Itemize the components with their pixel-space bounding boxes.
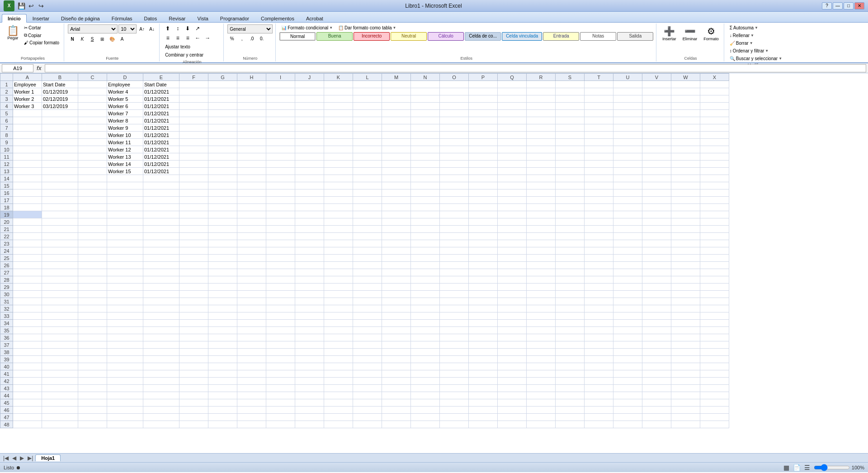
cell-C35[interactable] (78, 327, 107, 334)
cell-J1[interactable] (295, 81, 324, 88)
cell-T2[interactable] (585, 88, 613, 95)
cell-I4[interactable] (266, 103, 295, 110)
cell-E36[interactable] (143, 334, 179, 341)
cell-B28[interactable] (42, 276, 78, 284)
cell-G7[interactable] (208, 124, 237, 132)
cell-A30[interactable] (13, 291, 42, 298)
cell-B44[interactable] (42, 392, 78, 399)
cell-E19[interactable] (143, 211, 179, 218)
cell-H43[interactable] (237, 385, 266, 392)
cell-L3[interactable] (353, 95, 382, 103)
cell-S28[interactable] (556, 276, 585, 284)
cell-H34[interactable] (237, 320, 266, 327)
cell-O23[interactable] (440, 240, 469, 247)
cell-I1[interactable] (266, 81, 295, 88)
redo-button[interactable]: ↪ (37, 2, 45, 10)
cell-Q42[interactable] (498, 378, 527, 385)
cell-G43[interactable] (208, 385, 237, 392)
cell-W33[interactable] (671, 312, 700, 320)
cell-N33[interactable] (411, 312, 440, 320)
cell-U24[interactable] (613, 247, 642, 255)
cell-A46[interactable] (13, 407, 42, 414)
cell-D32[interactable] (107, 305, 143, 312)
cell-W38[interactable] (671, 349, 700, 356)
cell-B25[interactable] (42, 255, 78, 262)
col-header-G[interactable]: G (208, 74, 237, 81)
cell-F4[interactable] (179, 103, 208, 110)
cell-E1[interactable]: Start Date (143, 81, 179, 88)
cell-J15[interactable] (295, 182, 324, 189)
app-maximize-button[interactable]: □ (844, 2, 854, 9)
cell-A43[interactable] (13, 385, 42, 392)
cell-W17[interactable] (671, 197, 700, 204)
cell-G20[interactable] (208, 218, 237, 226)
borrar-button[interactable]: 🧹 Borrar ▼ (728, 40, 755, 47)
cell-E21[interactable] (143, 226, 179, 233)
cell-H18[interactable] (237, 204, 266, 211)
col-header-R[interactable]: R (527, 74, 556, 81)
cell-S7[interactable] (556, 124, 585, 132)
row-header-14[interactable]: 14 (0, 175, 13, 182)
cell-L38[interactable] (353, 349, 382, 356)
tab-programador[interactable]: Programador (214, 14, 255, 22)
cell-B21[interactable] (42, 226, 78, 233)
cell-Q22[interactable] (498, 233, 527, 240)
cell-I28[interactable] (266, 276, 295, 284)
cell-A20[interactable] (13, 218, 42, 226)
cell-K3[interactable] (324, 95, 353, 103)
cell-F41[interactable] (179, 370, 208, 378)
cell-P42[interactable] (469, 378, 498, 385)
cell-H28[interactable] (237, 276, 266, 284)
cell-I6[interactable] (266, 117, 295, 124)
cell-R9[interactable] (527, 139, 556, 146)
cell-P48[interactable] (469, 421, 498, 428)
cell-U40[interactable] (613, 363, 642, 370)
cell-F37[interactable] (179, 341, 208, 349)
cell-K1[interactable] (324, 81, 353, 88)
cell-I24[interactable] (266, 247, 295, 255)
cell-Q7[interactable] (498, 124, 527, 132)
cell-N9[interactable] (411, 139, 440, 146)
style-normal[interactable]: Normal (279, 32, 316, 41)
cell-V7[interactable] (642, 124, 671, 132)
cell-G27[interactable] (208, 269, 237, 276)
cell-R28[interactable] (527, 276, 556, 284)
record-macro-icon[interactable]: ⏺ (16, 465, 21, 470)
cell-S34[interactable] (556, 320, 585, 327)
cell-F42[interactable] (179, 378, 208, 385)
cell-C31[interactable] (78, 298, 107, 305)
cell-Q25[interactable] (498, 255, 527, 262)
cell-Q24[interactable] (498, 247, 527, 255)
cell-D20[interactable] (107, 218, 143, 226)
cell-T40[interactable] (585, 363, 613, 370)
tab-insertar[interactable]: Insertar (27, 14, 55, 22)
cell-C11[interactable] (78, 153, 107, 161)
cell-C47[interactable] (78, 414, 107, 421)
cell-P22[interactable] (469, 233, 498, 240)
cell-N28[interactable] (411, 276, 440, 284)
col-header-F[interactable]: F (179, 74, 208, 81)
cell-V38[interactable] (642, 349, 671, 356)
style-entrada[interactable]: Entrada (543, 32, 579, 41)
cell-O44[interactable] (440, 392, 469, 399)
cell-W47[interactable] (671, 414, 700, 421)
cell-O47[interactable] (440, 414, 469, 421)
cell-W6[interactable] (671, 117, 700, 124)
cell-Q27[interactable] (498, 269, 527, 276)
cell-X10[interactable] (700, 146, 729, 153)
cell-K40[interactable] (324, 363, 353, 370)
cell-D1[interactable]: Employee (107, 81, 143, 88)
cell-F9[interactable] (179, 139, 208, 146)
row-header-26[interactable]: 26 (0, 262, 13, 269)
cell-K11[interactable] (324, 153, 353, 161)
cell-N35[interactable] (411, 327, 440, 334)
col-header-P[interactable]: P (469, 74, 498, 81)
cell-S47[interactable] (556, 414, 585, 421)
cell-C16[interactable] (78, 189, 107, 197)
cell-H17[interactable] (237, 197, 266, 204)
cell-B39[interactable] (42, 356, 78, 363)
cell-K29[interactable] (324, 284, 353, 291)
cell-S37[interactable] (556, 341, 585, 349)
cell-E20[interactable] (143, 218, 179, 226)
cell-E7[interactable]: 01/12/2021 (143, 124, 179, 132)
